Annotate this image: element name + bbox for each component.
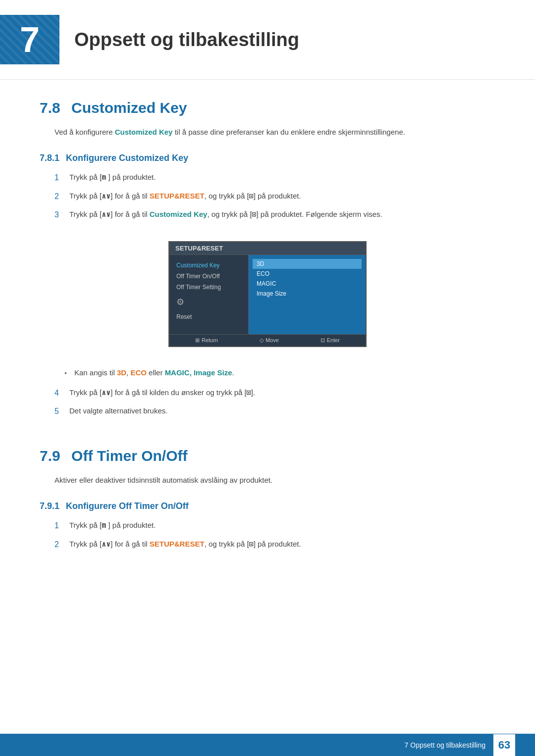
monitor-screenshot-container: SETUP&RESET Customized Key Off Timer On/… <box>40 231 495 357</box>
step-791-2: 2 Trykk på [∧∨] for å gå til SETUP&RESET… <box>54 538 495 551</box>
monitor-footer: ⊞ Return ◇ Move ⊡ Enter <box>169 334 366 346</box>
bullet-list-781: ● Kan angis til 3D, ECO eller MAGIC, Ima… <box>40 367 495 379</box>
steps-list-781-cont: 4 Trykk på [∧∨] for å gå til kilden du ø… <box>40 387 495 418</box>
monitor-settings-icon: ⚙ <box>169 293 248 311</box>
step-5: 5 Det valgte alternativet brukes. <box>54 405 495 418</box>
bullet-text: Kan angis til 3D, ECO eller MAGIC, Image… <box>74 367 234 379</box>
footer-chapter-text: 7 Oppsett og tilbakestilling <box>405 741 485 749</box>
subsection-781-heading: 7.8.1 Konfigurere Customized Key <box>40 153 495 163</box>
submenu-eco: ECO <box>253 269 362 279</box>
monitor-screenshot: SETUP&RESET Customized Key Off Timer On/… <box>168 241 367 347</box>
steps-list-781: 1 Trykk på [m ] på produktet. 2 Trykk på… <box>40 171 495 221</box>
subsection-791-heading: 7.9.1 Konfigurere Off Timer On/Off <box>40 501 495 511</box>
menu-item-customized: Customized Key <box>169 260 248 271</box>
footer-enter: ⊡ Enter <box>321 337 340 344</box>
menu-item-reset: Reset <box>169 311 248 322</box>
step-791-1: 1 Trykk på [m ] på produktet. <box>54 519 495 532</box>
submenu-3d: 3D <box>253 259 362 269</box>
subsection-781: 7.8.1 Konfigurere Customized Key 1 Trykk… <box>40 153 495 418</box>
step-1: 1 Trykk på [m ] på produktet. <box>54 171 495 184</box>
chapter-number: 7 <box>0 15 59 64</box>
section-79-heading: 7.9 Off Timer On/Off <box>40 448 495 464</box>
monitor-menu: Customized Key Off Timer On/Off Off Time… <box>169 255 249 334</box>
step-3: 3 Trykk på [∧∨] for å gå til Customized … <box>54 208 495 221</box>
section-79-intro: Aktiver eller deaktiver tidsinnstilt aut… <box>40 474 495 486</box>
section-78-heading: 7.8 Customized Key <box>40 100 495 116</box>
footer-move: ◇ Move <box>260 337 279 344</box>
enter-icon: ⊡ <box>321 337 325 344</box>
submenu-magic: MAGIC <box>253 279 362 289</box>
section-79-title: Off Timer On/Off <box>71 448 187 464</box>
section-78: 7.8 Customized Key Ved å konfigurere Cus… <box>40 100 495 418</box>
section-79: 7.9 Off Timer On/Off Aktiver eller deakt… <box>40 448 495 551</box>
main-content: 7.8 Customized Key Ved å konfigurere Cus… <box>0 100 535 551</box>
step-4: 4 Trykk på [∧∨] for å gå til kilden du ø… <box>54 387 495 400</box>
step-2: 2 Trykk på [∧∨] for å gå til SETUP&RESET… <box>54 190 495 203</box>
bullet-dot: ● <box>64 370 74 377</box>
footer-return: ⊞ Return <box>195 337 218 344</box>
section-78-number: 7.8 <box>40 100 60 116</box>
return-icon: ⊞ <box>195 337 200 344</box>
section-79-number: 7.9 <box>40 448 60 464</box>
chapter-title: Oppsett og tilbakestilling <box>74 29 299 50</box>
bullet-item-1: ● Kan angis til 3D, ECO eller MAGIC, Ima… <box>64 367 495 379</box>
submenu-imagesize: Image Size <box>253 289 362 299</box>
subsection-791: 7.9.1 Konfigurere Off Timer On/Off 1 Try… <box>40 501 495 551</box>
section-78-title: Customized Key <box>71 100 187 116</box>
monitor-body: Customized Key Off Timer On/Off Off Time… <box>169 255 366 334</box>
monitor-submenu: 3D ECO MAGIC Image Size <box>249 255 366 334</box>
page-footer: 7 Oppsett og tilbakestilling 63 <box>0 734 535 756</box>
footer-page-number: 63 <box>493 734 515 756</box>
menu-item-offtimersetting: Off Timer Setting <box>169 282 248 293</box>
monitor-title: SETUP&RESET <box>169 242 366 255</box>
move-icon: ◇ <box>260 337 264 344</box>
chapter-header: 7 Oppsett og tilbakestilling <box>0 0 535 80</box>
steps-list-791: 1 Trykk på [m ] på produktet. 2 Trykk på… <box>40 519 495 551</box>
section-78-intro: Ved å konfigurere Customized Key til å p… <box>40 126 495 138</box>
menu-item-offtimer: Off Timer On/Off <box>169 271 248 282</box>
